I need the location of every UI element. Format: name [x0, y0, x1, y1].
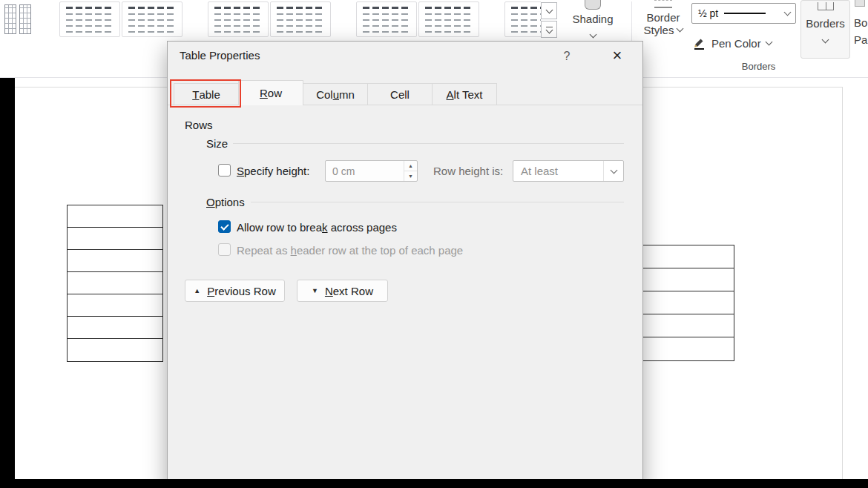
table-row [68, 228, 162, 250]
dashed-row-icon [277, 25, 324, 27]
dashed-row-icon [363, 31, 410, 33]
table-style-thumbnail[interactable] [122, 1, 183, 37]
close-button[interactable]: × [605, 44, 629, 67]
dashed-row-icon [66, 13, 114, 15]
tab-cell[interactable]: Cell [367, 83, 433, 105]
dashed-row-icon [66, 31, 114, 33]
chevron-down-icon [822, 36, 829, 44]
dashed-row-icon [511, 25, 541, 27]
dashed-row-icon [363, 7, 410, 9]
border-painter-label-1: Bo [854, 14, 868, 31]
table-style-thumbnail[interactable] [418, 1, 479, 37]
tab-column[interactable]: Column [303, 83, 368, 105]
height-value: 0 cm [332, 165, 355, 177]
border-painter-label-2: Pa [854, 31, 868, 48]
gallery-more-button[interactable] [541, 21, 557, 38]
table-style-thumbnail[interactable] [270, 1, 331, 37]
row-height-mode-value: At least [521, 165, 558, 177]
row-height-is-label: Row height is: [433, 165, 503, 177]
table-style-thumbnail[interactable] [356, 1, 417, 37]
dashed-row-icon [128, 19, 176, 21]
border-styles-label-2: Styles [644, 24, 674, 36]
dashed-row-icon [425, 7, 473, 9]
next-row-button[interactable]: ▼ Next Row [297, 280, 388, 302]
borders-dropdown-button[interactable]: Borders [800, 0, 850, 59]
window-bottom-edge [0, 479, 868, 488]
border-painter-button[interactable]: Bo Pa [854, 0, 868, 59]
arrow-up-icon: ▲ [194, 287, 200, 294]
pen-color-label: Pen Color [711, 37, 761, 50]
table-row [68, 205, 162, 228]
arrow-down-icon: ▼ [312, 287, 318, 294]
dashed-row-icon [214, 31, 262, 33]
dashed-row-icon [511, 19, 541, 21]
size-group-line [233, 143, 624, 144]
dashed-row-icon [66, 19, 114, 21]
repeat-header-checkbox [218, 243, 231, 256]
gallery-scroll [541, 0, 559, 41]
chevron-down-icon [783, 9, 791, 16]
table-style-thumbnail[interactable] [504, 1, 541, 37]
tab-row[interactable]: Row [238, 80, 303, 105]
allow-break-checkbox[interactable] [218, 220, 231, 233]
dashed-row-icon [425, 25, 473, 27]
row-height-mode-dropdown: At least [513, 160, 624, 182]
dashed-row-icon [66, 25, 114, 27]
dashed-row-icon [425, 13, 473, 15]
dashed-row-icon [511, 31, 541, 33]
chevron-down-icon [545, 6, 553, 13]
pen-color-button[interactable]: Pen Color [693, 33, 772, 53]
table-style-thumbnail[interactable] [59, 1, 120, 37]
spinner-down-icon: ▼ [404, 171, 417, 181]
gallery-scroll-down-button[interactable] [541, 2, 557, 19]
table-row [68, 250, 162, 272]
dashed-row-icon [214, 19, 262, 21]
dashed-row-icon [128, 31, 176, 33]
previous-row-button[interactable]: ▲ Previous Row [185, 280, 285, 302]
options-group-line [251, 202, 624, 202]
line-weight-dropdown-button[interactable] [779, 4, 795, 23]
dashed-row-icon [363, 25, 410, 27]
size-group-label: Size [206, 137, 228, 150]
tab-alt-text[interactable]: Alt Text [432, 83, 497, 105]
dashed-row-icon [128, 13, 176, 15]
border-styles-label-1: Border [646, 11, 680, 24]
dashed-row-icon [277, 7, 324, 9]
table-row [68, 272, 162, 294]
help-button[interactable]: ? [558, 47, 576, 65]
border-styles-button[interactable]: Border Styles [637, 0, 690, 59]
mini-table-icon [19, 4, 31, 34]
allow-break-label: Allow row to break across pages [237, 221, 397, 234]
dashed-row-icon [128, 7, 176, 9]
dashed-row-icon [277, 13, 324, 15]
table-style-thumbnail[interactable] [208, 1, 269, 37]
options-group-label: Options [206, 196, 245, 208]
borders-group-label: Borders [668, 61, 849, 72]
dashed-row-icon [425, 19, 473, 21]
dashed-row-icon [511, 7, 541, 9]
dashed-row-icon [66, 7, 114, 9]
specify-height-label: Specify height: [237, 165, 309, 177]
borders-grid-icon [818, 2, 834, 10]
word-window: Shading Border Styles ½ pt [0, 0, 868, 488]
chevron-down-icon [610, 166, 617, 174]
chevron-down-icon [677, 25, 684, 33]
dashed-row-icon [214, 13, 262, 15]
previous-row-label: Previous Row [207, 285, 276, 297]
specify-height-checkbox[interactable] [218, 164, 231, 177]
tab-table[interactable]: Table [174, 83, 239, 105]
table-style-thumbnail-grid[interactable] [1, 1, 34, 37]
next-row-label: Next Row [325, 285, 373, 297]
chevron-down-icon [589, 31, 596, 39]
pencil-icon [693, 36, 706, 50]
paint-bucket-icon [585, 0, 601, 10]
line-weight-combobox[interactable]: ½ pt [691, 3, 796, 24]
dashed-row-icon [425, 31, 473, 33]
dialog-tab-strip: Table Row Column Cell Alt Text [168, 80, 642, 105]
page-right-edge [842, 87, 843, 479]
dialog-title: Table Properties [180, 49, 260, 62]
line-weight-sample-icon [724, 13, 766, 14]
dashed-row-icon [363, 19, 410, 21]
rows-section-label: Rows [185, 119, 213, 131]
table-row [68, 317, 162, 339]
